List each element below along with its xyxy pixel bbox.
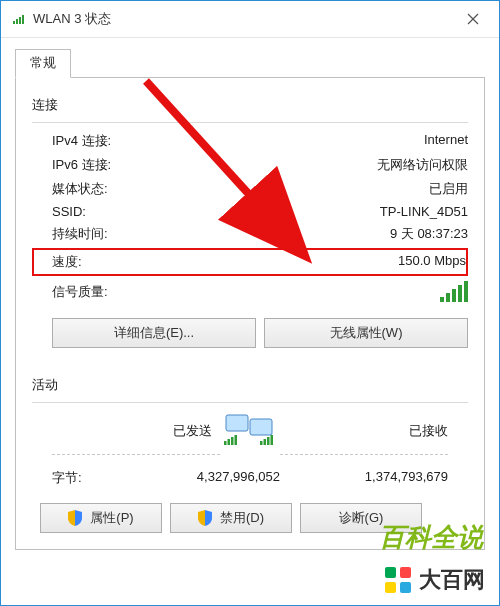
speed-row: 速度: 150.0 Mbps bbox=[32, 248, 468, 276]
media-value: 已启用 bbox=[429, 180, 468, 198]
properties-button[interactable]: 属性(P) bbox=[40, 503, 162, 533]
svg-rect-3 bbox=[22, 15, 24, 24]
wireless-props-button[interactable]: 无线属性(W) bbox=[264, 318, 468, 348]
bytes-sent-value: 4,327,996,052 bbox=[120, 469, 280, 487]
activity-labels-row: 已发送 bbox=[32, 409, 468, 452]
speed-label: 速度: bbox=[52, 253, 82, 271]
svg-rect-11 bbox=[235, 435, 238, 445]
media-row: 媒体状态: 已启用 bbox=[32, 177, 468, 201]
brand-logo: 大百网 bbox=[385, 565, 485, 595]
ipv6-value: 无网络访问权限 bbox=[377, 156, 468, 174]
connection-heading: 连接 bbox=[32, 96, 468, 114]
connection-buttons: 详细信息(E)... 无线属性(W) bbox=[32, 318, 468, 348]
shield-icon bbox=[198, 510, 212, 526]
svg-rect-12 bbox=[260, 441, 263, 445]
disable-label: 禁用(D) bbox=[220, 509, 264, 527]
svg-rect-13 bbox=[264, 439, 267, 445]
activity-heading: 活动 bbox=[32, 376, 468, 394]
titlebar: WLAN 3 状态 bbox=[1, 1, 499, 38]
svg-rect-1 bbox=[16, 19, 18, 24]
close-icon bbox=[467, 13, 479, 25]
ssid-row: SSID: TP-LINK_4D51 bbox=[32, 201, 468, 222]
window-title: WLAN 3 状态 bbox=[33, 10, 111, 28]
sent-label: 已发送 bbox=[52, 422, 212, 440]
general-panel: 连接 IPv4 连接: Internet IPv6 连接: 无网络访问权限 媒体… bbox=[15, 78, 485, 550]
ssid-value: TP-LINK_4D51 bbox=[380, 204, 468, 219]
signal-label: 信号质量: bbox=[52, 283, 108, 301]
duration-value: 9 天 08:37:23 bbox=[390, 225, 468, 243]
ipv6-row: IPv6 连接: 无网络访问权限 bbox=[32, 153, 468, 177]
activity-buttons: 属性(P) 禁用(D) 诊断(G) bbox=[32, 503, 468, 533]
diagnose-button[interactable]: 诊断(G) bbox=[300, 503, 422, 533]
svg-rect-15 bbox=[271, 435, 274, 445]
ipv4-label: IPv4 连接: bbox=[52, 132, 111, 150]
svg-rect-7 bbox=[250, 419, 272, 435]
bytes-recv-value: 1,374,793,679 bbox=[288, 469, 448, 487]
ipv4-row: IPv4 连接: Internet bbox=[32, 129, 468, 153]
monitors-icon bbox=[222, 409, 278, 449]
tab-general[interactable]: 常规 bbox=[15, 49, 71, 78]
shield-icon bbox=[68, 510, 82, 526]
brand-text: 大百网 bbox=[419, 565, 485, 595]
duration-row: 持续时间: 9 天 08:37:23 bbox=[32, 222, 468, 246]
wifi-icon bbox=[11, 12, 25, 26]
close-button[interactable] bbox=[453, 4, 493, 34]
signal-bars-icon bbox=[440, 282, 468, 302]
diagnose-label: 诊断(G) bbox=[339, 509, 384, 527]
svg-rect-8 bbox=[224, 441, 227, 445]
signal-row: 信号质量: bbox=[32, 276, 468, 310]
ipv6-label: IPv6 连接: bbox=[52, 156, 111, 174]
bytes-row: 字节: 4,327,996,052 1,374,793,679 bbox=[32, 455, 468, 495]
svg-rect-0 bbox=[13, 21, 15, 24]
disable-button[interactable]: 禁用(D) bbox=[170, 503, 292, 533]
media-label: 媒体状态: bbox=[52, 180, 108, 198]
properties-label: 属性(P) bbox=[90, 509, 133, 527]
tabstrip: 常规 bbox=[15, 48, 485, 78]
bytes-label: 字节: bbox=[52, 469, 112, 487]
ssid-label: SSID: bbox=[52, 204, 86, 219]
svg-rect-9 bbox=[228, 439, 231, 445]
svg-rect-2 bbox=[19, 17, 21, 24]
ipv4-value: Internet bbox=[424, 132, 468, 150]
speed-value: 150.0 Mbps bbox=[398, 253, 466, 271]
svg-rect-10 bbox=[231, 437, 234, 445]
svg-rect-6 bbox=[226, 415, 248, 431]
wlan-status-window: WLAN 3 状态 常规 连接 IPv4 连接: Internet IPv6 连… bbox=[0, 0, 500, 606]
brand-squares-icon bbox=[385, 567, 411, 593]
duration-label: 持续时间: bbox=[52, 225, 108, 243]
recv-label: 已接收 bbox=[288, 422, 448, 440]
svg-rect-14 bbox=[267, 437, 270, 445]
details-button[interactable]: 详细信息(E)... bbox=[52, 318, 256, 348]
